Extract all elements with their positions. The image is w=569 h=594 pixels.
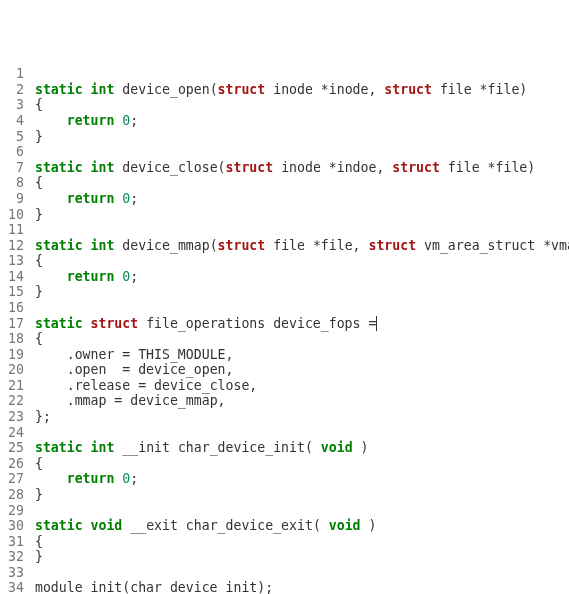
- token-id: ;: [130, 471, 138, 486]
- token-id: device_mmap(: [122, 238, 217, 253]
- code-content: }: [27, 487, 569, 503]
- code-content: [27, 503, 569, 519]
- code-content: }: [27, 207, 569, 223]
- token-id: ;: [130, 269, 138, 284]
- token-id: }: [35, 549, 43, 564]
- token-sp: [83, 238, 91, 253]
- token-kw: static: [35, 160, 83, 175]
- code-content: .release = device_close,: [27, 378, 569, 394]
- token-sp: [35, 113, 67, 128]
- code-content: return 0;: [27, 191, 569, 207]
- token-sp: [83, 160, 91, 175]
- token-kw: static: [35, 316, 83, 331]
- line-number: 1: [0, 66, 27, 82]
- line-number: 21: [0, 378, 27, 394]
- code-content: [27, 66, 569, 82]
- token-ret: return: [67, 191, 115, 206]
- token-id: file *file): [432, 82, 527, 97]
- token-id: device_open(: [122, 82, 217, 97]
- line-number: 30: [0, 518, 27, 534]
- code-content: return 0;: [27, 269, 569, 285]
- token-tkw: struct: [226, 160, 274, 175]
- code-content: module_init(char_device_init);: [27, 580, 569, 594]
- line-number: 20: [0, 362, 27, 378]
- code-line: 29: [0, 503, 569, 519]
- code-content: [27, 222, 569, 238]
- code-line: 4 return 0;: [0, 113, 569, 129]
- code-line: 32 }: [0, 549, 569, 565]
- token-id: ): [353, 440, 369, 455]
- token-sp: [35, 347, 67, 362]
- token-id: inode *indoe,: [273, 160, 392, 175]
- line-number: 26: [0, 456, 27, 472]
- code-line: 6: [0, 144, 569, 160]
- line-number: 3: [0, 97, 27, 113]
- code-line: 18 {: [0, 331, 569, 347]
- code-line: 13 {: [0, 253, 569, 269]
- code-line: 19 .owner = THIS_MODULE,: [0, 347, 569, 363]
- token-id: file_operations device_fops =: [138, 316, 376, 331]
- line-number: 13: [0, 253, 27, 269]
- line-number: 12: [0, 238, 27, 254]
- code-content: [27, 565, 569, 581]
- code-content: {: [27, 534, 569, 550]
- token-kw: static: [35, 82, 83, 97]
- token-sp: [35, 393, 67, 408]
- code-content: {: [27, 175, 569, 191]
- code-content: return 0;: [27, 471, 569, 487]
- token-kw: static: [35, 440, 83, 455]
- code-line: 14 return 0;: [0, 269, 569, 285]
- token-kw: static: [35, 518, 83, 533]
- line-number: 25: [0, 440, 27, 456]
- code-line: 27 return 0;: [0, 471, 569, 487]
- code-line: 28 }: [0, 487, 569, 503]
- token-id: .open = device_open,: [67, 362, 234, 377]
- line-number: 8: [0, 175, 27, 191]
- code-line: 25 static int __init char_device_init( v…: [0, 440, 569, 456]
- token-kw: int: [91, 440, 115, 455]
- code-line: 2 static int device_open(struct inode *i…: [0, 82, 569, 98]
- code-content: static int device_close(struct inode *in…: [27, 160, 569, 176]
- line-number: 34: [0, 580, 27, 594]
- token-id: ): [361, 518, 377, 533]
- token-id: }: [35, 284, 43, 299]
- token-ret: return: [67, 471, 115, 486]
- token-sp: [35, 471, 67, 486]
- line-number: 11: [0, 222, 27, 238]
- line-number: 14: [0, 269, 27, 285]
- line-number: 32: [0, 549, 27, 565]
- code-content: .mmap = device_mmap,: [27, 393, 569, 409]
- code-line: 24: [0, 425, 569, 441]
- token-id: };: [35, 409, 51, 424]
- code-editor[interactable]: 1 2 static int device_open(struct inode …: [0, 66, 569, 594]
- token-kw: void: [321, 440, 353, 455]
- code-line: 34 module_init(char_device_init);: [0, 580, 569, 594]
- code-content: static int device_mmap(struct file *file…: [27, 238, 569, 254]
- code-content: [27, 144, 569, 160]
- token-id: {: [35, 253, 43, 268]
- line-number: 22: [0, 393, 27, 409]
- code-line: 20 .open = device_open,: [0, 362, 569, 378]
- code-line: 1: [0, 66, 569, 82]
- token-tkw: struct: [392, 160, 440, 175]
- line-number: 19: [0, 347, 27, 363]
- token-id: ;: [130, 113, 138, 128]
- token-sp: [35, 191, 67, 206]
- token-tkw: struct: [218, 82, 266, 97]
- token-tkw: struct: [368, 238, 416, 253]
- code-line: 3 {: [0, 97, 569, 113]
- code-content: {: [27, 331, 569, 347]
- code-content: {: [27, 456, 569, 472]
- token-id: vm_area_struct *vma): [416, 238, 569, 253]
- line-number: 23: [0, 409, 27, 425]
- code-content: static struct file_operations device_fop…: [27, 316, 569, 332]
- token-id: file *file): [440, 160, 535, 175]
- code-content: {: [27, 97, 569, 113]
- line-number: 5: [0, 129, 27, 145]
- code-line: 7 static int device_close(struct inode *…: [0, 160, 569, 176]
- code-content: static int device_open(struct inode *ino…: [27, 82, 569, 98]
- token-sp: [35, 362, 67, 377]
- token-id: .release = device_close,: [67, 378, 258, 393]
- token-id: {: [35, 175, 43, 190]
- token-sp: [83, 518, 91, 533]
